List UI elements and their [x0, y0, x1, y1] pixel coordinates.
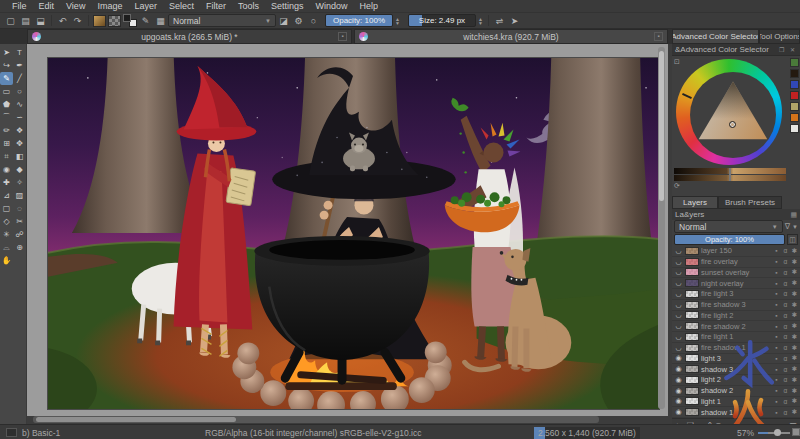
lock-icon[interactable]: ▪ [773, 333, 780, 340]
canvas-vertical-scrollbar[interactable] [658, 47, 665, 409]
layer-style-icon[interactable]: ✱ [791, 387, 798, 395]
alpha-icon[interactable]: α [782, 280, 789, 287]
tab-close-icon[interactable]: ▪ [654, 32, 663, 41]
redo-button[interactable]: ↷ [71, 14, 84, 27]
layer-thumbnail[interactable] [685, 397, 699, 405]
layer-style-icon[interactable]: ✱ [791, 376, 798, 384]
visibility-eye-icon[interactable]: ◉ [674, 354, 683, 362]
docker-float-close-icons[interactable]: ❐ ✕ [779, 46, 797, 53]
visibility-eye-icon[interactable]: ◡ [674, 333, 683, 341]
brush-presets-button[interactable]: ▦ [154, 14, 167, 27]
lock-icon[interactable]: ▪ [773, 366, 780, 373]
menu-item[interactable]: Window [309, 0, 353, 13]
lock-icon[interactable]: ▪ [773, 301, 780, 308]
dynamic-brush-tool[interactable]: ✏ [0, 124, 13, 137]
chevron-down-icon[interactable]: ▼ [792, 224, 798, 230]
advanced-color-selector[interactable]: ⊡ ⟳ [672, 56, 800, 196]
layer-row[interactable]: ◡ night overlay ▪ α ✱ [672, 278, 800, 289]
menu-item[interactable]: Edit [33, 0, 61, 13]
color-history-swatch[interactable] [790, 113, 799, 122]
size-spinner[interactable]: ▲▼ [478, 17, 483, 25]
visibility-eye-icon[interactable]: ◉ [674, 387, 683, 395]
layer-style-icon[interactable]: ✱ [791, 397, 798, 405]
move-tool[interactable]: ✥ [13, 137, 26, 150]
color-selector-settings-icon[interactable]: ⊡ [674, 58, 680, 66]
layer-row[interactable]: ◡ layer 150 ▪ α ✱ [672, 246, 800, 257]
assistants-tool[interactable]: ✧ [13, 176, 26, 189]
thumbnail-size-icon[interactable]: ▦ [790, 211, 797, 219]
tab-advanced-color-selector[interactable]: Advanced Color Selector [672, 29, 759, 44]
undo-button[interactable]: ↶ [56, 14, 69, 27]
layer-options-button[interactable]: ◫ [787, 234, 798, 245]
alpha-icon[interactable]: α [782, 269, 789, 276]
color-history-swatch[interactable] [790, 69, 799, 78]
multibrush-tool[interactable]: ❖ [13, 124, 26, 137]
visibility-eye-icon[interactable]: ◉ [674, 376, 683, 384]
visibility-eye-icon[interactable]: ◡ [674, 268, 683, 276]
alpha-icon[interactable]: α [782, 247, 789, 254]
layer-style-icon[interactable]: ✱ [791, 290, 798, 298]
alpha-icon[interactable]: α [782, 409, 789, 416]
hue-ring[interactable] [676, 59, 782, 165]
layer-row[interactable]: ◡ fire shadow 1 ▪ α ✱ [672, 343, 800, 354]
similar-select-tool[interactable]: ✳ [0, 228, 13, 241]
text-tool[interactable]: T [13, 46, 26, 59]
layer-style-icon[interactable]: ✱ [791, 279, 798, 287]
visibility-eye-icon[interactable]: ◉ [674, 365, 683, 373]
alpha-icon[interactable]: α [782, 387, 789, 394]
layer-style-icon[interactable]: ✱ [791, 258, 798, 266]
lock-icon[interactable]: ▪ [773, 258, 780, 265]
gradient-chooser-swatch[interactable] [93, 15, 106, 27]
layer-row[interactable]: ◡ fire overlay ▪ α ✱ [672, 257, 800, 268]
layer-thumbnail[interactable] [685, 376, 699, 384]
layer-blending-mode-select[interactable]: Normal ▼ [674, 220, 783, 233]
freehand-select-tool[interactable]: ✂ [13, 215, 26, 228]
blending-mode-select[interactable]: Normal ▼ [168, 14, 276, 27]
layer-row[interactable]: ◡ fire shadow 3 ▪ α ✱ [672, 300, 800, 311]
open-document-button[interactable]: ▤ [19, 14, 32, 27]
layer-style-icon[interactable]: ✱ [791, 365, 798, 373]
menu-item[interactable]: Settings [265, 0, 310, 13]
visibility-eye-icon[interactable]: ◡ [674, 301, 683, 309]
pan-tool[interactable]: ✋ [0, 254, 13, 267]
edit-brush-settings-button[interactable]: ✎ [139, 14, 152, 27]
color-history-swatch[interactable] [790, 124, 799, 133]
measure-tool[interactable]: ⊿ [0, 189, 13, 202]
opacity-spinner[interactable]: ▲▼ [395, 17, 400, 25]
canvas-area[interactable] [27, 44, 668, 416]
rect-select-tool[interactable]: ▢ [0, 202, 13, 215]
layer-row[interactable]: ◉ light 3 ▪ α ✱ [672, 354, 800, 365]
lock-icon[interactable]: ▪ [773, 398, 780, 405]
alpha-icon[interactable]: α [782, 376, 789, 383]
edit-shapes-tool[interactable]: ↪ [0, 59, 13, 72]
layer-thumbnail[interactable] [685, 387, 699, 395]
polygon-select-tool[interactable]: ◇ [0, 215, 13, 228]
lock-icon[interactable]: ▪ [773, 312, 780, 319]
layer-style-icon[interactable]: ✱ [791, 344, 798, 352]
layer-thumbnail[interactable] [685, 279, 699, 287]
layer-style-icon[interactable]: ✱ [791, 354, 798, 362]
tab-tool-options[interactable]: Tool Options [759, 29, 800, 44]
layer-style-icon[interactable]: ✱ [791, 311, 798, 319]
color-sampler-tool[interactable]: ◉ [0, 163, 13, 176]
transform-tool[interactable]: ⊞ [0, 137, 13, 150]
layer-row[interactable]: ◉ shadow 1 ▪ α ✱ [672, 407, 800, 418]
lock-icon[interactable]: ▪ [773, 355, 780, 362]
new-document-button[interactable]: ▢ [4, 14, 17, 27]
layer-thumbnail[interactable] [685, 301, 699, 309]
eraser-mode-button[interactable]: ◪ [277, 14, 290, 27]
lock-icon[interactable]: ▪ [773, 269, 780, 276]
line-tool[interactable]: ╱ [13, 72, 26, 85]
layer-thumbnail[interactable] [685, 290, 699, 298]
polyline-tool[interactable]: ∿ [13, 98, 26, 111]
tab-close-icon[interactable]: ▪ [338, 32, 347, 41]
tab-brush-presets[interactable]: Brush Presets [718, 196, 782, 209]
menu-item[interactable]: Layer [128, 0, 163, 13]
layer-thumbnail[interactable] [685, 333, 699, 341]
layer-row[interactable]: ◉ shadow 3 ▪ α ✱ [672, 364, 800, 375]
layer-row[interactable]: ◡ sunset overlay ▪ α ✱ [672, 268, 800, 279]
layer-row[interactable]: ◡ fire light 3 ▪ α ✱ [672, 289, 800, 300]
color-history-swatch[interactable] [790, 102, 799, 111]
layer-style-icon[interactable]: ✱ [791, 322, 798, 330]
lock-icon[interactable]: ▪ [773, 280, 780, 287]
